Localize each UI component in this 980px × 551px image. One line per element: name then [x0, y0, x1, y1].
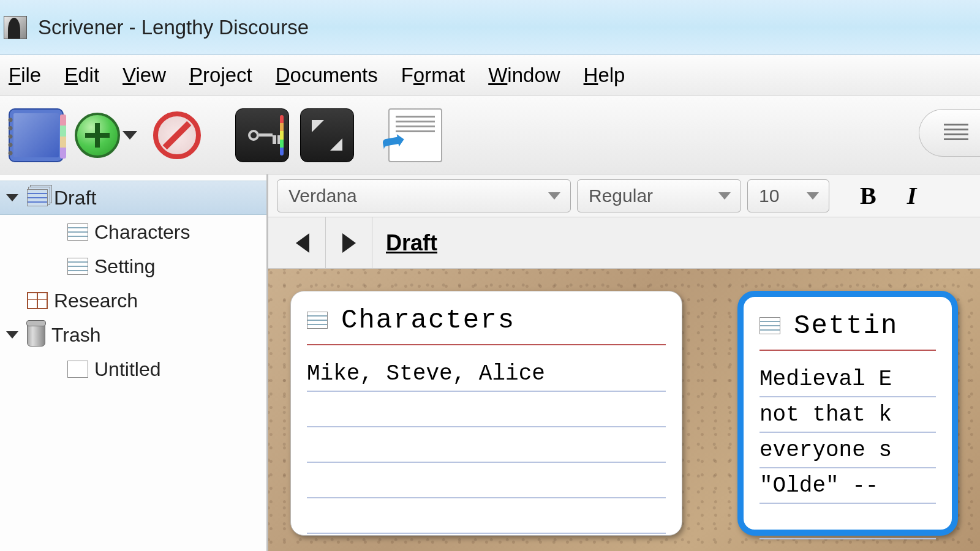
editor-nav-bar: Draft: [268, 217, 980, 269]
card-title[interactable]: Settin: [794, 310, 898, 341]
binder-item-untitled[interactable]: Untitled: [0, 352, 266, 386]
main-toolbar: ➦: [0, 96, 980, 174]
window-title: Scrivener - Lengthy Discourse: [38, 16, 309, 39]
menu-format-pre: F: [401, 64, 413, 86]
binder-label-characters: Characters: [94, 221, 190, 244]
chevron-down-icon: [807, 192, 819, 200]
binder-label-untitled: Untitled: [94, 358, 161, 381]
binder-item-characters[interactable]: Characters: [0, 215, 266, 249]
menu-view[interactable]: View: [123, 64, 166, 87]
font-style-select[interactable]: Regular: [577, 179, 741, 212]
font-family-select[interactable]: Verdana: [277, 179, 571, 212]
menu-window-rest: indow: [507, 64, 560, 86]
nav-forward-button[interactable]: [326, 217, 372, 268]
menu-documents-rest: ocuments: [290, 64, 378, 86]
delete-button[interactable]: [153, 111, 201, 159]
trash-icon: [27, 323, 45, 347]
chevron-down-icon: [548, 192, 560, 200]
corkboard-view[interactable]: Characters Mike, Steve, Alice Settin Med…: [268, 269, 980, 551]
italic-button[interactable]: I: [907, 181, 917, 210]
menu-documents[interactable]: Documents: [276, 64, 378, 87]
menu-file-rest: ile: [21, 64, 41, 86]
bold-button[interactable]: B: [860, 181, 876, 210]
menu-bar: File Edit View Project Documents Format …: [0, 55, 980, 96]
view-mode-toggle[interactable]: [919, 109, 980, 157]
chevron-down-icon: [718, 192, 731, 200]
menu-view-rest: iew: [136, 64, 167, 86]
menu-format[interactable]: Format: [401, 64, 466, 87]
menu-project[interactable]: Project: [189, 64, 252, 87]
card-synopsis[interactable]: Mike, Steve, Alice: [307, 356, 666, 534]
menu-edit[interactable]: Edit: [64, 64, 99, 87]
index-card-setting[interactable]: Settin Medieval E not that k everyone s …: [737, 291, 958, 536]
keywords-button[interactable]: [235, 108, 289, 162]
card-header: Characters: [307, 305, 666, 345]
app-icon: [4, 16, 27, 39]
key-icon: [248, 130, 276, 141]
binder-item-setting[interactable]: Setting: [0, 249, 266, 283]
window-titlebar: Scrivener - Lengthy Discourse: [0, 0, 980, 55]
breadcrumb-current[interactable]: Draft: [372, 230, 437, 256]
fullscreen-icon: [312, 120, 342, 151]
font-size-value: 10: [759, 186, 779, 206]
nav-back-button[interactable]: [279, 217, 326, 268]
index-card-characters[interactable]: Characters Mike, Steve, Alice: [290, 291, 682, 536]
binder-label-trash: Trash: [51, 324, 101, 347]
font-size-select[interactable]: 10: [747, 179, 829, 212]
triangle-left-icon: [296, 233, 309, 253]
menu-edit-rest: dit: [78, 64, 99, 86]
menu-project-rest: roject: [203, 64, 252, 86]
disclosure-triangle-icon[interactable]: [6, 194, 18, 201]
document-icon: [760, 317, 780, 334]
binder-label-draft: Draft: [54, 187, 96, 209]
document-icon: [67, 258, 88, 275]
font-family-value: Verdana: [288, 186, 357, 206]
main-split: Draft Characters Setting Research Trash …: [0, 174, 980, 551]
binder-item-research[interactable]: Research: [0, 283, 266, 318]
binder-item-trash[interactable]: Trash: [0, 318, 266, 352]
font-style-value: Regular: [589, 186, 653, 206]
binder-toggle-button[interactable]: [9, 108, 64, 162]
add-item-button[interactable]: [75, 113, 120, 158]
menu-window[interactable]: Window: [488, 64, 560, 87]
triangle-right-icon: [342, 233, 356, 253]
menu-help[interactable]: Help: [584, 64, 625, 87]
blank-document-icon: [67, 361, 88, 378]
folder-icon: [27, 189, 48, 206]
binder-label-research: Research: [54, 290, 138, 312]
binder-item-draft[interactable]: Draft: [0, 181, 266, 215]
outline-icon: [944, 124, 968, 142]
card-synopsis[interactable]: Medieval E not that k everyone s "Olde" …: [760, 362, 936, 539]
binder-sidebar: Draft Characters Setting Research Trash …: [0, 174, 268, 551]
card-title[interactable]: Characters: [341, 305, 515, 335]
compile-button[interactable]: ➦: [388, 108, 442, 162]
arrow-icon: ➦: [378, 121, 408, 159]
research-icon: [27, 292, 48, 309]
format-bar: Verdana Regular 10 B I: [268, 174, 980, 217]
editor-pane: Verdana Regular 10 B I Draft: [268, 174, 980, 551]
binder-label-setting: Setting: [94, 255, 156, 278]
disclosure-triangle-icon[interactable]: [6, 331, 18, 339]
fullscreen-button[interactable]: [300, 108, 354, 162]
document-icon: [307, 312, 328, 329]
document-icon: [67, 223, 88, 241]
card-header: Settin: [760, 310, 936, 351]
menu-help-rest: elp: [598, 64, 625, 86]
add-item-dropdown-icon[interactable]: [123, 131, 137, 140]
menu-file[interactable]: File: [9, 64, 41, 87]
menu-format-rest: rmat: [424, 64, 465, 86]
